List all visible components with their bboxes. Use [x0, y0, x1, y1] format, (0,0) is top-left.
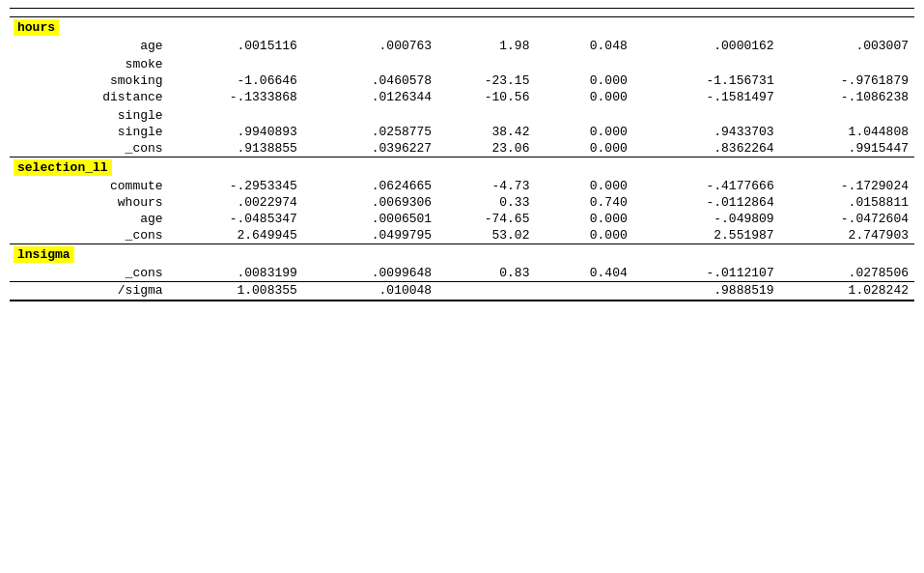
row-value: 0.33 — [437, 194, 535, 211]
row-value: 0.000 — [535, 140, 632, 158]
row-value — [780, 56, 914, 72]
row-value — [303, 56, 437, 72]
row-value: -.0112107 — [633, 265, 780, 282]
row-value: .0015116 — [169, 38, 303, 54]
row-value — [437, 282, 535, 300]
row-label: _cons — [10, 227, 169, 244]
row-value: -.049809 — [633, 211, 780, 227]
row-value: -.2953345 — [169, 178, 303, 194]
row-value: 2.649945 — [169, 227, 303, 244]
table-header — [10, 9, 914, 17]
row-value: .000763 — [303, 38, 437, 54]
row-value: 2.747903 — [780, 227, 914, 244]
row-value: 0.000 — [535, 72, 632, 89]
row-value: 0.000 — [535, 227, 632, 244]
table-row: single.9940893.025877538.420.000.9433703… — [10, 124, 914, 140]
table-row: /sigma1.008355.010048.98885191.028242 — [10, 282, 914, 300]
row-value — [633, 56, 780, 72]
row-value: -.1581497 — [633, 89, 780, 105]
row-value — [535, 56, 632, 72]
row-value: .9433703 — [633, 124, 780, 140]
row-value: 1.98 — [437, 38, 535, 54]
row-value: -74.65 — [437, 211, 535, 227]
header-coef — [169, 9, 303, 17]
row-value: .0396227 — [303, 140, 437, 158]
row-value — [169, 56, 303, 72]
row-value: 0.000 — [535, 178, 632, 194]
row-value: .0499795 — [303, 227, 437, 244]
row-value — [437, 107, 535, 124]
row-label: _cons — [10, 265, 169, 282]
row-value — [437, 56, 535, 72]
row-label: commute — [10, 178, 169, 194]
highlighted-section-label: hours — [14, 19, 59, 36]
section-header-row: lnsigma — [10, 244, 914, 266]
section-header-row: selection_ll — [10, 158, 914, 179]
row-value: 1.028242 — [780, 282, 914, 300]
row-value: .0624665 — [303, 178, 437, 194]
row-label: _cons — [10, 140, 169, 158]
row-value: 38.42 — [437, 124, 535, 140]
row-label: smoke — [10, 56, 169, 72]
row-value: 0.048 — [535, 38, 632, 54]
table-row: distance-.1333868.0126344-10.560.000-.15… — [10, 89, 914, 105]
table-row: age-.0485347.0006501-74.650.000-.049809-… — [10, 211, 914, 227]
row-value: -.0472604 — [780, 211, 914, 227]
row-value: -.9761879 — [780, 72, 914, 89]
header-p — [535, 9, 632, 17]
row-value: -10.56 — [437, 89, 535, 105]
section-label: lnsigma — [10, 244, 914, 266]
table-row: _cons2.649945.049979553.020.0002.5519872… — [10, 227, 914, 244]
row-value: .010048 — [303, 282, 437, 300]
row-value: .003007 — [780, 38, 914, 54]
table-row: single — [10, 107, 914, 124]
row-value: 0.404 — [535, 265, 632, 282]
row-value: -.1729024 — [780, 178, 914, 194]
table-row: age.0015116.0007631.980.048.0000162.0030… — [10, 38, 914, 54]
row-value: .0083199 — [169, 265, 303, 282]
row-label: smoking — [10, 72, 169, 89]
table-row: smoke — [10, 56, 914, 72]
row-value: .9138855 — [169, 140, 303, 158]
row-label: age — [10, 38, 169, 54]
row-value: .0000162 — [633, 38, 780, 54]
row-value: -1.156731 — [633, 72, 780, 89]
row-value: 0.000 — [535, 124, 632, 140]
row-label: distance — [10, 89, 169, 105]
header-z — [437, 9, 535, 17]
table-row: _cons.9138855.039622723.060.000.8362264.… — [10, 140, 914, 158]
row-value: .8362264 — [633, 140, 780, 158]
row-value: -.1086238 — [780, 89, 914, 105]
header-se — [303, 9, 437, 17]
row-label: whours — [10, 194, 169, 211]
row-value: 23.06 — [437, 140, 535, 158]
table-row: _cons.0083199.00996480.830.404-.0112107.… — [10, 265, 914, 282]
row-value: -4.73 — [437, 178, 535, 194]
row-value: .0099648 — [303, 265, 437, 282]
row-value: 0.740 — [535, 194, 632, 211]
row-value — [535, 107, 632, 124]
row-value: .0158811 — [780, 194, 914, 211]
row-value: -23.15 — [437, 72, 535, 89]
row-value: -.0112864 — [633, 194, 780, 211]
main-container: hoursage.0015116.0007631.980.048.0000162… — [0, 0, 924, 573]
header-ci2 — [780, 9, 914, 17]
row-value — [633, 107, 780, 124]
row-value: .9940893 — [169, 124, 303, 140]
row-value: -1.06646 — [169, 72, 303, 89]
table-row: whours.0022974.00693060.330.740-.0112864… — [10, 194, 914, 211]
header-ci1 — [633, 9, 780, 17]
row-label: age — [10, 211, 169, 227]
row-value: .0258775 — [303, 124, 437, 140]
section-label: selection_ll — [10, 158, 914, 179]
regression-table: hoursage.0015116.0007631.980.048.0000162… — [10, 8, 914, 301]
row-value: .0022974 — [169, 194, 303, 211]
row-value: .9915447 — [780, 140, 914, 158]
row-value: -.0485347 — [169, 211, 303, 227]
header-label — [10, 9, 169, 17]
row-value — [780, 107, 914, 124]
table-row: smoking-1.06646.0460578-23.150.000-1.156… — [10, 72, 914, 89]
row-value — [303, 107, 437, 124]
row-label: single — [10, 107, 169, 124]
row-value: .0460578 — [303, 72, 437, 89]
